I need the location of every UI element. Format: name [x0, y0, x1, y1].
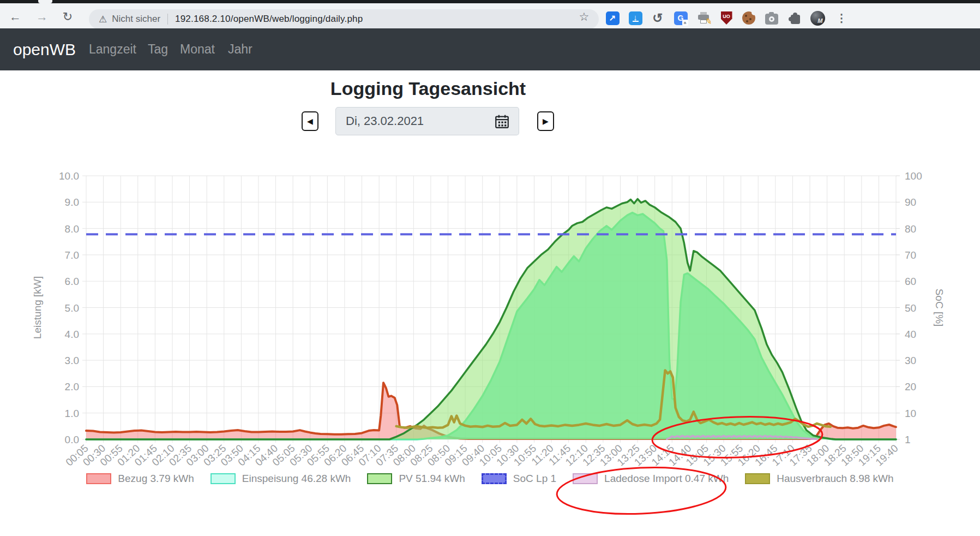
- legend-item[interactable]: Hausverbrauch 8.98 kWh: [745, 473, 893, 485]
- svg-text:8.0: 8.0: [65, 223, 79, 235]
- svg-text:10.0: 10.0: [59, 170, 79, 182]
- legend-label: Hausverbrauch 8.98 kWh: [777, 473, 893, 485]
- legend-item[interactable]: SoC Lp 1: [482, 473, 556, 485]
- legend-label: Bezug 3.79 kWh: [118, 473, 194, 485]
- svg-text:10: 10: [905, 408, 916, 419]
- svg-text:5.0: 5.0: [65, 302, 79, 314]
- legend-item[interactable]: Einspeisung 46.28 kWh: [211, 473, 351, 485]
- svg-text:9.0: 9.0: [65, 196, 79, 208]
- svg-text:4.0: 4.0: [65, 329, 79, 340]
- svg-text:40: 40: [905, 329, 916, 340]
- legend-label: PV 51.94 kWh: [399, 473, 465, 485]
- legend-label: SoC Lp 1: [513, 473, 556, 485]
- screen: ← → ↻ ⚠ Nicht sicher 192.168.2.10/openWB…: [0, 0, 980, 536]
- legend-swatch: [745, 473, 770, 484]
- legend-label: Ladedose Import 0.47 kWh: [604, 473, 729, 485]
- svg-text:100: 100: [905, 170, 922, 182]
- svg-text:2.0: 2.0: [65, 381, 79, 392]
- legend-item[interactable]: Ladedose Import 0.47 kWh: [573, 473, 729, 485]
- legend-item[interactable]: PV 51.94 kWh: [367, 473, 465, 485]
- svg-text:80: 80: [905, 223, 916, 235]
- svg-text:50: 50: [905, 302, 916, 314]
- chart-legend: Bezug 3.79 kWhEinspeisung 46.28 kWhPV 51…: [0, 473, 980, 485]
- legend-swatch: [482, 473, 507, 484]
- legend-swatch: [86, 473, 111, 484]
- svg-text:1.0: 1.0: [65, 408, 79, 419]
- svg-text:3.0: 3.0: [65, 355, 79, 366]
- daily-log-chart[interactable]: 00:0500:3000:5501:2001:4502:1002:3503:00…: [0, 0, 980, 536]
- legend-swatch: [573, 473, 598, 484]
- svg-text:1: 1: [905, 434, 911, 445]
- legend-item[interactable]: Bezug 3.79 kWh: [86, 473, 194, 485]
- svg-text:0.0: 0.0: [65, 434, 79, 445]
- svg-text:30: 30: [905, 355, 916, 366]
- svg-text:20: 20: [905, 381, 916, 392]
- svg-text:90: 90: [905, 196, 916, 208]
- svg-text:SoC [%]: SoC [%]: [934, 289, 945, 327]
- svg-text:70: 70: [905, 249, 916, 261]
- legend-swatch: [367, 473, 392, 484]
- legend-label: Einspeisung 46.28 kWh: [242, 473, 351, 485]
- svg-text:7.0: 7.0: [65, 249, 79, 261]
- legend-swatch: [211, 473, 236, 484]
- svg-text:6.0: 6.0: [65, 276, 79, 287]
- svg-text:60: 60: [905, 276, 916, 287]
- svg-text:Leistung [kW]: Leistung [kW]: [32, 276, 43, 339]
